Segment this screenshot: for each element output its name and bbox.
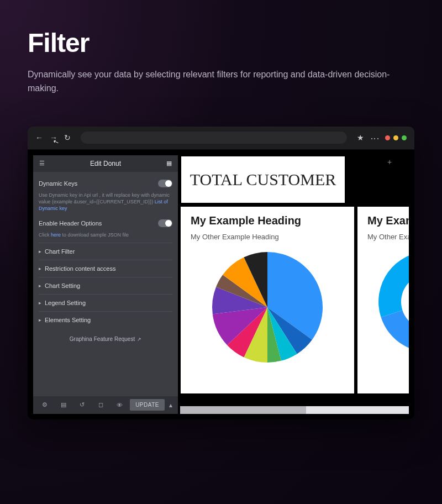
update-button[interactable]: UPDATE: [130, 399, 165, 411]
nav-back-icon[interactable]: ←: [35, 133, 43, 142]
hero-subtitle: Dynamically see your data by selecting r…: [28, 68, 392, 96]
nav-reload-icon[interactable]: ↻: [64, 133, 71, 142]
hamburger-menu-icon[interactable]: ☰: [38, 160, 46, 167]
window-traffic-lights: [385, 135, 407, 140]
canvas-add-section[interactable]: +: [348, 155, 409, 204]
accordion-elements-setting[interactable]: Elements Setting: [39, 311, 172, 328]
settings-gear-icon[interactable]: ⚙: [36, 401, 53, 408]
window-close-icon[interactable]: [385, 135, 390, 140]
navigator-icon[interactable]: ▤: [55, 401, 72, 408]
enable-header-toggle[interactable]: [158, 219, 172, 227]
preview-eye-icon[interactable]: 👁: [111, 402, 128, 408]
accordion-legend-setting[interactable]: Legend Setting: [39, 294, 172, 311]
feature-request-link[interactable]: Graphina Feature Request↗: [39, 328, 172, 348]
overflow-menu-icon[interactable]: ⋮: [370, 134, 380, 141]
publish-caret-icon[interactable]: ▴: [167, 401, 175, 409]
grid-icon[interactable]: ▦: [165, 160, 173, 167]
hero-title: Filter: [28, 28, 414, 58]
dynamic-keys-hint: Use Dynamic key in Api url , it will rep…: [39, 191, 172, 216]
window-maximize-icon[interactable]: [402, 135, 407, 140]
editor-sidebar: ☰ Edit Donut ▦ Dynamic Keys Use Dynamic …: [33, 155, 178, 414]
card-heading: My Example: [367, 214, 409, 227]
chart-card-donut[interactable]: My Example My Other Example: [357, 206, 409, 394]
enable-header-label: Enable Header Options: [39, 220, 102, 227]
accordion-restriction[interactable]: Restriction content access: [39, 260, 172, 277]
accordion-chart-setting[interactable]: Chart Setting: [39, 277, 172, 294]
history-icon[interactable]: ↺: [74, 401, 91, 408]
url-bar[interactable]: [81, 132, 347, 144]
horizontal-scrollbar[interactable]: [180, 406, 409, 414]
dynamic-keys-label: Dynamic Keys: [39, 180, 77, 187]
bookmark-star-icon[interactable]: ★: [357, 133, 364, 142]
editor-canvas[interactable]: TOTAL CUSTOMER + My Example Heading My O…: [180, 155, 409, 414]
browser-toolbar: ← → ↻ ★ ⋮: [28, 127, 414, 150]
window-minimize-icon[interactable]: [393, 135, 398, 140]
browser-window: ← → ↻ ★ ⋮ ☰ Edit Donut ▦: [28, 127, 414, 419]
accordion-chart-filter[interactable]: Chart Filter: [39, 243, 172, 260]
canvas-header-tile[interactable]: TOTAL CUSTOMER: [180, 155, 346, 204]
pie-chart: [207, 246, 328, 368]
donut-chart: [373, 246, 409, 357]
responsive-icon[interactable]: ◻: [92, 401, 109, 408]
json-sample-link[interactable]: here: [51, 232, 61, 238]
card-subheading: My Other Example: [367, 233, 409, 241]
external-link-icon: ↗: [137, 337, 141, 342]
json-sample-hint: Click here to download sample JSON file: [39, 230, 172, 243]
sidebar-title: Edit Donut: [46, 160, 165, 167]
add-section-plus-icon[interactable]: +: [387, 158, 392, 166]
card-subheading: My Other Example Heading: [191, 233, 344, 241]
chart-card-pie[interactable]: My Example Heading My Other Example Head…: [180, 206, 355, 394]
chart-slice: [378, 251, 409, 317]
dynamic-keys-toggle[interactable]: [158, 180, 172, 187]
card-heading: My Example Heading: [191, 214, 344, 227]
